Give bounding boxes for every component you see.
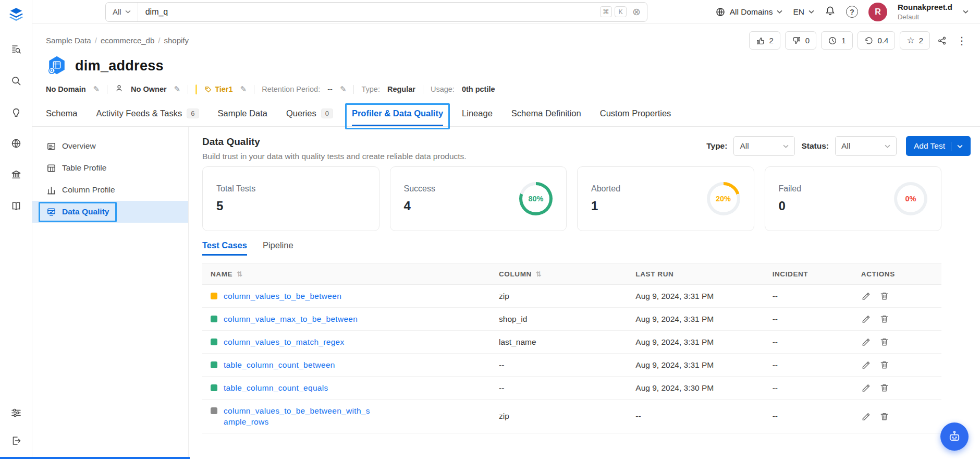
subnav-item-overview[interactable]: Overview [32, 135, 188, 157]
test-case-row: column_values_to_be_between_with_sample_… [202, 400, 941, 433]
edit-owner-icon[interactable]: ✎ [174, 84, 181, 94]
edit-retention-icon[interactable]: ✎ [340, 84, 347, 94]
sort-icon[interactable]: ⇅ [536, 270, 542, 278]
version-button[interactable]: 0.4 [858, 31, 896, 50]
chatbot-button[interactable] [940, 422, 969, 451]
delete-test-button[interactable] [879, 360, 889, 370]
tab-pipeline[interactable]: Pipeline [263, 240, 293, 256]
table-profile-icon [46, 163, 56, 173]
test-name-link[interactable]: column_values_to_match_regex [224, 336, 345, 347]
tab-sample-data[interactable]: Sample Data [218, 101, 267, 126]
breadcrumb-item-database[interactable]: ecommerce_db [101, 36, 154, 45]
user-menu-chevron-icon[interactable] [963, 10, 969, 14]
divider [423, 85, 423, 94]
test-name-link[interactable]: table_column_count_equals [224, 382, 328, 393]
more-menu-button[interactable]: ⋮ [954, 31, 970, 50]
share-button[interactable] [935, 31, 949, 50]
user-menu[interactable]: Rounakpreet.d Default [898, 3, 952, 21]
test-name-link[interactable]: column_value_max_to_be_between [224, 313, 358, 324]
column-profile-icon [46, 185, 56, 195]
sort-icon[interactable]: ⇅ [237, 270, 243, 278]
user-avatar[interactable]: R [868, 3, 887, 21]
aborted-card: Aborted 1 20% [577, 166, 754, 231]
breadcrumb-item-service[interactable]: Sample Data [46, 36, 91, 45]
col-header-column[interactable]: COLUMN⇅ [491, 264, 627, 285]
help-icon[interactable]: ? [846, 6, 858, 18]
delete-test-button[interactable] [879, 314, 889, 324]
test-name-link[interactable]: column_values_to_be_between_with_sample_… [224, 405, 372, 427]
delete-test-button[interactable] [879, 383, 889, 393]
notifications-bell-icon[interactable] [825, 5, 836, 18]
edit-tier-icon[interactable]: ✎ [240, 84, 247, 94]
language-dropdown[interactable]: EN [793, 7, 814, 17]
kebab-icon: ⋮ [957, 35, 967, 46]
language-label: EN [793, 7, 804, 17]
search-icon[interactable] [10, 75, 22, 87]
tier-value[interactable]: Tier1 [204, 85, 232, 93]
search-clear-icon[interactable]: ⊗ [632, 7, 641, 17]
openmetadata-logo-icon[interactable] [7, 5, 25, 23]
owner-icon [115, 84, 124, 94]
breadcrumb-item-schema[interactable]: shopify [164, 36, 189, 45]
test-incident-cell: -- [764, 331, 853, 354]
entity-meta-row: No Domain ✎ No Owner ✎ Tier1 ✎ Retention… [46, 84, 970, 94]
subnav-item-table-profile[interactable]: Table Profile [32, 157, 188, 179]
delete-test-button[interactable] [879, 337, 889, 347]
edit-test-button[interactable] [861, 360, 871, 370]
add-test-button[interactable]: Add Test [906, 136, 971, 156]
status-filter-select[interactable]: All [835, 136, 897, 156]
test-name-link[interactable]: column_values_to_be_between [224, 291, 341, 301]
delete-test-button[interactable] [879, 291, 889, 301]
domains-dropdown[interactable]: All Domains [715, 7, 783, 17]
trash-icon [879, 360, 889, 370]
downvote-button[interactable]: 0 [785, 31, 816, 50]
logout-icon[interactable] [10, 435, 22, 446]
col-header-name[interactable]: NAME⇅ [202, 264, 491, 285]
tab-profiler-data-quality[interactable]: Profiler & Data Quality [352, 101, 443, 126]
summary-cards: Total Tests 5 Success 4 80% Aborted [202, 166, 941, 231]
usage-value: 0th pctile [462, 85, 495, 93]
subnav-label: Overview [62, 141, 96, 151]
explore-icon[interactable] [10, 44, 22, 55]
tab-schema[interactable]: Schema [46, 101, 78, 126]
upvote-button[interactable]: 2 [749, 31, 780, 50]
owner-value[interactable]: No Owner [131, 85, 166, 93]
settings-icon[interactable] [10, 407, 22, 418]
type-filter-select[interactable]: All [733, 136, 795, 156]
edit-test-button[interactable] [861, 383, 871, 393]
tab-test-cases[interactable]: Test Cases [202, 240, 247, 256]
tab-schema-definition[interactable]: Schema Definition [511, 101, 581, 126]
card-value: 4 [404, 199, 435, 213]
global-search-bar[interactable]: All ⌘ K ⊗ [105, 2, 647, 22]
edit-test-button[interactable] [861, 412, 871, 421]
tab-count-badge: 0 [321, 108, 333, 118]
tab-label: Queries [286, 108, 316, 118]
glossary-icon[interactable] [10, 200, 22, 212]
watch-button[interactable]: 1 [821, 31, 852, 50]
subnav-item-data-quality[interactable]: Data Quality [32, 201, 188, 223]
tab-queries[interactable]: Queries0 [286, 101, 333, 126]
tab-activity-feeds[interactable]: Activity Feeds & Tasks6 [96, 101, 199, 126]
tab-lineage[interactable]: Lineage [462, 101, 493, 126]
govern-icon[interactable] [10, 169, 22, 180]
entity-tabs: Schema Activity Feeds & Tasks6 Sample Da… [32, 101, 980, 127]
tab-custom-properties[interactable]: Custom Properties [600, 101, 671, 126]
global-search-input[interactable] [138, 7, 600, 17]
test-last-run-cell: Aug 9, 2024, 3:31 PM [627, 354, 764, 377]
edit-domain-icon[interactable]: ✎ [93, 84, 100, 94]
topbar-right: All Domains EN ? R Rounakpreet.d Default [715, 3, 969, 21]
search-scope-dropdown[interactable]: All [106, 3, 138, 21]
delete-test-button[interactable] [879, 412, 889, 421]
edit-test-button[interactable] [861, 291, 871, 301]
domain-value[interactable]: No Domain [46, 85, 86, 93]
test-name-link[interactable]: table_column_count_between [224, 359, 335, 370]
tab-count-badge: 6 [187, 108, 199, 118]
test-last-run-cell: -- [627, 400, 764, 433]
edit-test-button[interactable] [861, 314, 871, 324]
domains-icon[interactable] [10, 138, 22, 149]
subnav-item-column-profile[interactable]: Column Profile [32, 179, 188, 201]
insights-icon[interactable] [10, 106, 22, 118]
follow-button[interactable]: ☆ 2 [900, 31, 930, 50]
edit-test-button[interactable] [861, 337, 871, 347]
upvote-count: 2 [769, 36, 774, 45]
